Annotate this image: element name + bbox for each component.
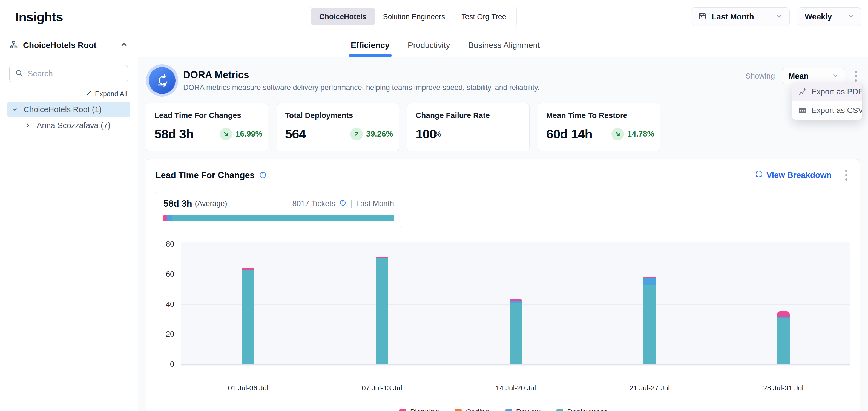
summary-qualifier: (Average)	[195, 200, 227, 208]
stacked-bar[interactable]	[777, 311, 790, 364]
legend-label: Planning	[410, 408, 439, 411]
legend-label: Review	[516, 408, 540, 411]
menu-item-export-as-csv[interactable]: Export as CSV	[792, 101, 862, 119]
stacked-bar[interactable]	[643, 277, 656, 364]
metric-card-title: Change Failure Rate	[416, 111, 521, 120]
plot-area: 020406080	[181, 242, 850, 366]
x-axis-tick-label: 01 Jul-06 Jul	[228, 384, 268, 392]
tree-item[interactable]: Anna Scozzafava (7)	[20, 118, 130, 133]
trend-percentage: 39.26%	[366, 130, 393, 138]
menu-item-export-as-pdf[interactable]: Export as PDF	[792, 82, 862, 101]
summary-separator: |	[350, 199, 352, 208]
chevron-down-icon	[11, 106, 18, 113]
chart-wrap: 020406080 01 Jul-06 Jul07 Jul-13 Jul14 J…	[181, 242, 850, 393]
tab-productivity[interactable]: Productivity	[408, 33, 450, 57]
x-axis-tick-label: 07 Jul-13 Jul	[362, 384, 402, 392]
arrow-down-right-icon	[222, 131, 229, 138]
expand-all-icon	[86, 90, 92, 98]
tab-efficiency[interactable]: Efficiency	[351, 33, 390, 57]
chart-card-actions: View Breakdown	[755, 168, 850, 182]
legend-item-review: Review	[505, 408, 540, 411]
showing-select[interactable]: Mean	[782, 68, 845, 84]
bar-segment-planning	[777, 311, 790, 317]
chevron-right-icon	[25, 122, 31, 129]
legend-chip-review	[505, 409, 512, 411]
metric-card-value-row: 56439.26%	[285, 127, 391, 141]
org-tab-test-org-tree[interactable]: Test Org Tree	[453, 8, 515, 25]
metric-card-value-row: 60d 14h14.78%	[546, 127, 652, 141]
x-axis-tick-label: 28 Jul-31 Jul	[763, 384, 803, 392]
expand-all-button[interactable]: Expand All	[10, 90, 127, 98]
org-tree: ChoiceHotels Root (1)Anna Scozzafava (7)	[0, 102, 137, 133]
y-axis-tick-label: 80	[156, 240, 174, 248]
granularity-select[interactable]: Weekly	[798, 7, 861, 26]
tab-label: Efficiency	[351, 40, 390, 50]
tabs: EfficiencyProductivityBusiness Alignment	[351, 33, 540, 57]
metric-card-value: 100	[416, 127, 481, 141]
legend-item-planning: Planning	[399, 408, 439, 411]
bar-segment-planning	[242, 268, 254, 270]
tab-label: Business Alignment	[468, 40, 540, 50]
menu-item-label: Export as PDF	[811, 87, 862, 96]
tree-item-label: Anna Scozzafava (7)	[37, 121, 110, 130]
metric-card: Total Deployments56439.26%	[277, 103, 399, 151]
date-range-select[interactable]: Last Month	[691, 7, 790, 26]
chart-title: Lead Time For Changes	[156, 170, 255, 180]
search-input[interactable]	[28, 69, 122, 78]
expand-all-label: Expand All	[95, 90, 127, 98]
stacked-bar[interactable]	[242, 268, 254, 364]
legend-chip-planning	[399, 409, 406, 411]
gridline-0	[181, 364, 850, 365]
progress-segment-planning	[163, 215, 167, 221]
view-breakdown-button[interactable]: View Breakdown	[755, 170, 832, 180]
org-tab-choicehotels[interactable]: ChoiceHotels	[311, 8, 375, 25]
search-icon	[15, 69, 23, 78]
sidebar-header[interactable]: ChoiceHotels Root	[0, 33, 137, 57]
sidebar-title: ChoiceHotels Root	[23, 40, 96, 50]
chart-plus-icon	[798, 88, 806, 96]
export-menu: Export as PDFExport as CSV	[792, 82, 862, 119]
trend-up-icon	[350, 128, 363, 140]
bar-segment-deployment	[643, 284, 656, 364]
metric-card: Lead Time For Changes58d 3h16.99%	[146, 103, 268, 151]
chevron-up-icon[interactable]	[120, 41, 128, 49]
chart-kebab-menu-button[interactable]	[842, 168, 850, 182]
metric-card-unit: %	[434, 130, 441, 138]
metric-card-value-row: 100%	[416, 127, 521, 141]
insights-page: Insights ChoiceHotelsSolution EngineersT…	[0, 0, 868, 411]
dora-title: DORA Metrics	[183, 69, 540, 81]
dora-description: DORA metrics measure software delivery p…	[183, 83, 540, 92]
stacked-bar[interactable]	[509, 299, 522, 364]
showing-label: Showing	[746, 72, 775, 80]
tab-business-alignment[interactable]: Business Alignment	[468, 33, 540, 57]
legend-label: Deployment	[567, 408, 607, 411]
metric-card-value-row: 58d 3h16.99%	[154, 127, 260, 141]
top-header: Insights ChoiceHotelsSolution EngineersT…	[0, 0, 868, 33]
stacked-bar[interactable]	[376, 257, 388, 364]
chevron-down-icon	[847, 12, 855, 21]
x-axis-tick-label: 21 Jul-27 Jul	[629, 384, 670, 392]
chart-card-header: Lead Time For Changes View Breakdown	[156, 168, 850, 182]
chevron-down-icon	[776, 12, 783, 21]
metric-card-value: 564	[285, 127, 350, 141]
sidebar-search[interactable]	[9, 65, 128, 82]
org-tab-solution-engineers[interactable]: Solution Engineers	[375, 8, 454, 25]
legend-chip-deployment	[556, 409, 563, 411]
trend-badge: 14.78%	[612, 128, 654, 140]
tabs-row: EfficiencyProductivityBusiness Alignment	[138, 33, 868, 57]
table-icon	[798, 106, 806, 114]
summary-meta: 8017 Tickets | Last Month	[292, 199, 394, 208]
info-icon[interactable]	[259, 171, 267, 179]
legend-item-deployment: Deployment	[556, 408, 607, 411]
dora-kebab-menu-button[interactable]	[852, 69, 860, 83]
sidebar: ChoiceHotels Root Expand All ChoiceHotel…	[0, 33, 137, 411]
trend-down-icon	[220, 128, 232, 140]
expand-corners-icon	[755, 170, 763, 180]
legend-item-coding: Coding	[455, 408, 489, 411]
metric-card-title: Lead Time For Changes	[154, 111, 260, 120]
tree-item[interactable]: ChoiceHotels Root (1)	[7, 102, 130, 117]
info-icon[interactable]	[339, 199, 346, 208]
dora-texts: DORA Metrics DORA metrics measure softwa…	[183, 69, 540, 92]
lead-time-chart-card: Lead Time For Changes View Breakdown	[146, 159, 860, 411]
bar-segment-deployment	[509, 304, 522, 364]
